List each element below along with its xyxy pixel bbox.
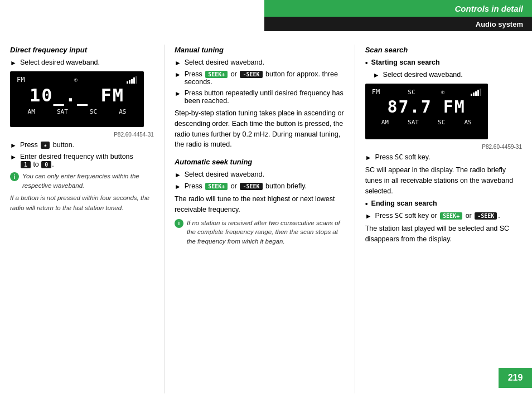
auto-item-1-text: Select desired waveband.: [185, 171, 264, 178]
radio-display-1: FM ✆ 10_._ FM AM SAT SC AS: [10, 71, 144, 127]
dot-icon-1: •: [365, 59, 368, 67]
arrow-icon-2: ►: [10, 142, 17, 149]
seek-plus-btn-3: SEEK+: [440, 212, 462, 220]
arrow-r1: ►: [373, 71, 380, 79]
subsection-title: Audio system: [476, 20, 523, 28]
manual-body-text: Step-by-step station tuning takes place …: [175, 108, 345, 150]
phone-icon: ✆: [74, 76, 78, 84]
auto-seek-title: Automatic seek tuning: [175, 158, 345, 166]
band-sc: SC: [90, 108, 97, 115]
band2-as: AS: [464, 119, 471, 126]
radio2-top-row: FM SC ✆: [372, 88, 481, 96]
manual-press-item2: ► Press button repeatedly until desired …: [175, 89, 345, 105]
radio-top-row: FM ✆: [17, 76, 137, 84]
arrow-m1: ►: [175, 59, 181, 67]
left-column: Direct frequency input ► Select desired …: [0, 39, 164, 399]
radio-bottom: AM SAT SC AS: [17, 108, 137, 115]
enter-freq-text: Enter desired frequency with buttons 1 t…: [20, 153, 133, 168]
seek-minus-btn-2: -SEEK: [240, 183, 262, 190]
radio2-bottom: AM SAT SC AS: [372, 119, 481, 126]
arrow-r3: ►: [365, 212, 372, 220]
sc-end-body-text: The station last played will be selected…: [365, 223, 522, 245]
band2-am: AM: [381, 119, 389, 126]
seek-minus-btn-1: -SEEK: [240, 71, 262, 78]
band-as: AS: [119, 108, 126, 115]
radio2-freq: 87.7 FM: [372, 97, 481, 116]
seek-minus-btn-3: -SEEK: [475, 212, 497, 220]
signal-bars: [127, 76, 137, 84]
arrow-m3: ►: [175, 90, 181, 98]
radio2-band: FM: [372, 88, 380, 96]
manual-press-text2: Press button repeatedly until desired fr…: [185, 89, 345, 105]
signal-bars-2: [471, 89, 481, 96]
enter-freq-item: ► Enter desired frequency with buttons 1…: [10, 153, 154, 168]
band2-sat: SAT: [408, 119, 419, 126]
audio-system-header: Audio system: [264, 17, 532, 31]
info-text-1: You can only enter frequencies within th…: [22, 172, 154, 190]
sc-label-1: SC: [395, 153, 403, 161]
radio-band: FM: [17, 76, 25, 84]
radio-display-2: FM SC ✆ 87.7 FM AM SAT SC AS: [365, 84, 488, 139]
auto-press-item: ► Press SEEK+ or -SEEK button briefly.: [175, 182, 345, 191]
scan-search-title: Scan search: [365, 46, 522, 54]
press-sc-item: ► Press SC soft key.: [365, 153, 522, 162]
band2-sc: SC: [438, 119, 445, 126]
manual-press-text: Press SEEK+ or -SEEK button for approx. …: [185, 70, 345, 86]
dot-icon-2: •: [365, 199, 368, 208]
arrow-m2: ►: [175, 71, 181, 79]
arrow-a1: ►: [175, 171, 181, 179]
controls-header: Controls in detail: [264, 0, 532, 17]
scan-ending-text: Ending scan search: [371, 199, 437, 207]
manual-tuning-title: Manual tuning: [175, 46, 345, 54]
note-text: If a button is not pressed within four s…: [10, 193, 154, 213]
auto-item-1: ► Select desired waveband.: [175, 171, 345, 179]
press-sc-text: Press SC soft key.: [375, 153, 431, 161]
info-box-2: i If no station is received after two co…: [175, 218, 345, 246]
right-column: Scan search • Starting scan search ► Sel…: [355, 39, 532, 399]
scan-starting-text: Starting scan search: [371, 59, 440, 66]
info-icon-1: i: [10, 172, 19, 181]
manual-item-1-text: Select desired waveband.: [185, 59, 264, 66]
press-button-item: ► Press ★ button.: [10, 141, 154, 149]
left-item-1: ► Select desired waveband.: [10, 59, 154, 67]
left-item-1-text: Select desired waveband.: [20, 59, 100, 66]
middle-column: Manual tuning ► Select desired waveband.…: [165, 39, 355, 399]
sc-body-text: SC will appear in the display. The radio…: [365, 165, 522, 196]
phone-icon-2: ✆: [441, 89, 445, 96]
arrow-a2: ►: [175, 183, 181, 191]
arrow-icon-3: ►: [10, 153, 17, 161]
arrow-r2: ►: [365, 154, 372, 162]
scan-ending-dot: • Ending scan search: [365, 199, 522, 208]
info-icon-2: i: [175, 219, 183, 228]
seek-plus-btn-2: SEEK+: [205, 183, 228, 190]
scan-item-1-text: Select desired waveband.: [383, 71, 463, 79]
band-sat: SAT: [57, 108, 68, 115]
btn-1: 1: [21, 161, 31, 168]
radio-caption-1: P82.60-4454-31: [10, 132, 154, 138]
scan-starting-dot: • Starting scan search: [365, 59, 522, 67]
auto-press-text: Press SEEK+ or -SEEK button briefly.: [185, 182, 307, 190]
press-text: Press ★ button.: [20, 141, 74, 149]
radio2-sc: SC: [408, 89, 415, 96]
radio-freq: 10_._ FM: [17, 85, 137, 106]
direct-freq-title: Direct frequency input: [10, 46, 154, 54]
info-box-1: i You can only enter frequencies within …: [10, 172, 154, 190]
info-text-2: If no station is received after two cons…: [187, 218, 345, 246]
auto-body-text: The radio will tune to the next highest …: [175, 194, 345, 215]
star-button: ★: [41, 142, 50, 149]
btn-0: 0: [41, 161, 51, 168]
manual-press-item: ► Press SEEK+ or -SEEK button for approx…: [175, 70, 345, 86]
auto-seek-section: Automatic seek tuning ► Select desired w…: [175, 158, 345, 246]
band-am: AM: [28, 108, 35, 115]
arrow-icon: ►: [10, 59, 17, 67]
manual-item-1: ► Select desired waveband.: [175, 59, 345, 67]
press-sc-end-text: Press SC soft key or SEEK+ or -SEEK.: [375, 212, 500, 220]
section-title: Controls in detail: [454, 4, 523, 13]
main-content: Direct frequency input ► Select desired …: [0, 39, 532, 399]
radio-caption-2: P82.60-4459-31: [365, 144, 522, 150]
scan-item-1: ► Select desired waveband.: [373, 71, 522, 79]
seek-plus-btn-1: SEEK+: [205, 71, 228, 78]
sc-label-2: SC: [395, 212, 403, 220]
press-sc-end-item: ► Press SC soft key or SEEK+ or -SEEK.: [365, 212, 522, 220]
